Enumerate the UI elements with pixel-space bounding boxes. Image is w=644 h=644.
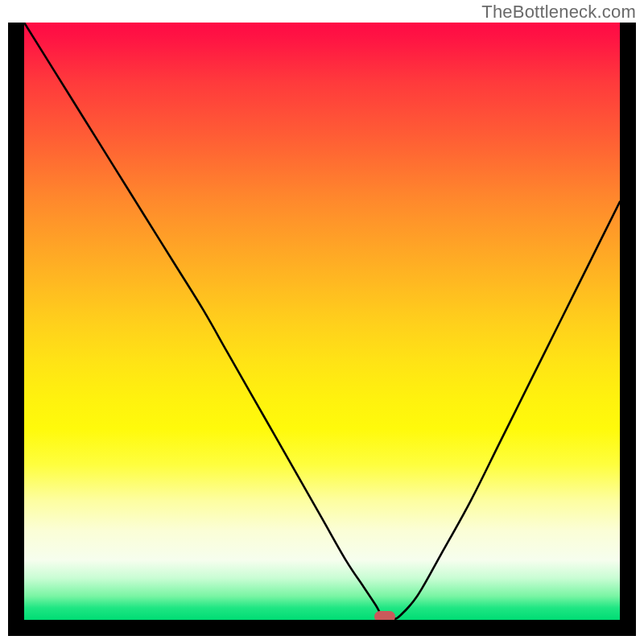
plot-frame <box>8 23 636 636</box>
watermark-text: TheBottleneck.com <box>481 2 636 23</box>
min-marker <box>374 611 395 620</box>
bottleneck-curve <box>24 23 620 619</box>
curve-svg <box>24 23 620 620</box>
chart-stage: TheBottleneck.com <box>0 0 644 644</box>
plot-area <box>24 23 620 620</box>
